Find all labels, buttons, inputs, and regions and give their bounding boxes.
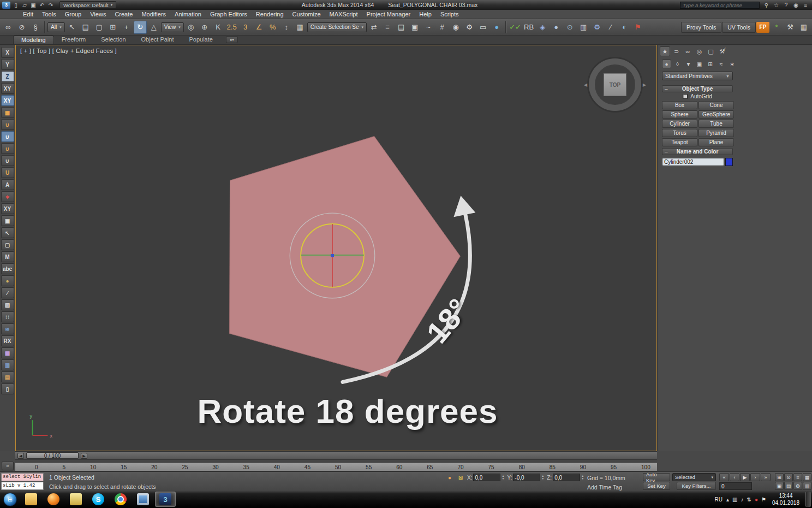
window-crossing-icon[interactable]: ⊞ [106,21,120,34]
isolate-selection-icon[interactable]: ● [445,474,454,481]
selection-lock-icon[interactable]: ⊠ [456,474,465,481]
schematic-view-icon[interactable]: # [435,21,449,34]
clock[interactable]: 13:44 04.01.2018 [772,492,799,506]
spacewarps-category-icon[interactable]: ≈ [717,60,726,68]
reference-coordinate-dropdown[interactable]: View▾ [161,22,184,32]
app-logo[interactable]: 3 [2,2,10,9]
search-icon[interactable]: ⚲ [762,2,771,8]
selection-filter-dropdown[interactable]: All▾ [47,22,65,32]
sphere-icon[interactable]: ● [550,21,563,34]
waves-icon[interactable]: ≋ [1,323,14,334]
named-selection-sets-dropdown[interactable]: Create Selection Se▾ [307,22,367,32]
primitive-button[interactable]: Tube [698,120,734,128]
ribbon-tab[interactable]: Populate [181,36,220,44]
half-globe-icon[interactable]: ◐ [618,21,631,34]
select-by-name-icon[interactable]: ▤ [79,21,92,34]
dots-grid-icon[interactable]: ∷ [1,311,14,322]
folder-icon[interactable] [21,492,41,507]
current-frame-field[interactable] [719,482,752,490]
create-tab-icon[interactable]: ★ [660,46,670,56]
diamond-icon[interactable]: ◈ [536,21,549,34]
menu-item[interactable]: Rendering [252,10,288,19]
constraint-z-button[interactable]: Z [1,71,14,82]
coordinate-input[interactable] [473,474,500,481]
dope-sheet-button[interactable]: ▤ [784,482,793,490]
time-config-button[interactable]: ⊙ [784,473,793,481]
viewport-box-icon[interactable]: ▣ [1,215,14,226]
maxscript-listener-line[interactable]: sLib v 1.42 [1,482,44,490]
language-indicator[interactable]: RU [715,497,723,503]
shapes-category-icon[interactable]: ◊ [673,60,682,68]
primitive-button[interactable]: Cone [698,101,734,109]
double-check-icon[interactable]: ✓✓ [509,21,522,34]
magnet-snap-icon[interactable]: ∪ [1,119,14,130]
magnet-snap-active-icon[interactable]: ∪ [1,131,14,142]
lights-category-icon[interactable]: ▼ [684,60,693,68]
undo-icon[interactable]: ↶ [38,1,46,9]
image-viewer-icon[interactable] [133,492,153,507]
time-step-forward-button[interactable]: ▶ [81,453,87,459]
constraint-y-button[interactable]: Y [1,59,14,70]
previous-frame-button[interactable]: ‹ [730,473,739,481]
key-filters-button[interactable]: Key Filters... [677,482,716,490]
ribbon-toggle-icon[interactable]: ▣ [408,21,421,34]
checkerboard-icon[interactable]: ▩ [1,347,14,358]
chrome-icon[interactable] [110,492,131,507]
hidden-icons-button[interactable]: ▴ [726,497,729,503]
menu-item[interactable]: Help [415,10,436,19]
skype-icon[interactable]: S [88,492,109,507]
select-and-manipulate-icon[interactable]: ⊕ [198,21,211,34]
antivirus-tray-icon[interactable]: ● [755,497,758,503]
max-icon[interactable]: 3 [155,492,176,507]
spinner-icon[interactable]: ▲▼ [501,475,504,480]
selection-set-dropdown[interactable]: Selected ▾ [672,473,716,481]
primitive-button[interactable]: Teapot [662,138,697,146]
menu-item[interactable]: Customize [288,10,325,19]
use-pivot-center-icon[interactable]: ◎ [184,21,198,34]
show-desktop-button[interactable] [805,492,811,507]
pump-icon[interactable]: ⊙ [563,21,576,34]
infocenter-icon[interactable]: ◉ [792,2,800,8]
fp-button[interactable]: FP [756,22,769,33]
snap-frames-button[interactable]: ▣ [775,482,784,490]
name-and-color-rollout[interactable]: – Name and Color [662,148,733,155]
viewport-label[interactable]: [ + ] [ Top ] [ Clay + Edged Faces ] [20,48,117,54]
time-slider-handle[interactable]: 0 / 100 [26,452,79,459]
spinner-snap-icon[interactable]: ↕ [280,21,293,34]
constraint-xy-button[interactable]: XY [1,83,14,94]
menu-item[interactable]: Graph Editors [206,10,252,19]
workspace-dropdown[interactable]: Workspace: Default ▾ [59,1,116,9]
display-tray-icon[interactable]: ▥ [732,497,737,503]
object-name-field[interactable] [662,158,724,166]
modify-tab-icon[interactable]: ⊃ [671,46,682,56]
rendered-frame-icon[interactable]: ▭ [476,21,489,34]
columns-icon[interactable]: ▥ [577,21,590,34]
snap-25d-icon[interactable]: 2.5 [225,21,238,34]
select-and-scale-icon[interactable]: △ [147,21,160,34]
constraint-x-button[interactable]: X [1,47,14,58]
menu-item[interactable]: Create [110,10,137,19]
curve-editor-icon[interactable]: ~ [422,21,435,34]
ribbon-tab[interactable]: Modeling [13,36,54,44]
rect-selection-region-icon[interactable]: ▢ [93,21,106,34]
primitive-button[interactable]: Cylinder [662,120,697,128]
constraint-xy-active-button[interactable]: XY [1,95,14,106]
menu-item[interactable]: Animation [170,10,206,19]
select-object-icon[interactable]: ↖ [65,21,79,34]
menu-item[interactable]: Modifiers [137,10,170,19]
rx-icon[interactable]: RX [1,335,14,346]
play-button[interactable]: ▶ [740,473,750,481]
display-tab-icon[interactable]: ▢ [706,46,716,56]
panel-icon[interactable]: ▥ [1,359,14,370]
maxscript-listener-macro-line[interactable]: select $Cylin [1,473,44,481]
ribbon-tab[interactable]: Selection [93,36,133,44]
timeline-ruler[interactable]: 0510152025303540455055606570758085909510… [15,463,657,471]
primitive-button[interactable]: Torus [662,129,697,137]
redo-icon[interactable]: ↷ [46,1,55,9]
menu-item[interactable]: Project Manager [362,10,415,19]
help-icon[interactable]: ? [782,2,790,8]
red-asterisk-icon[interactable]: ∗ [1,191,14,202]
time-slider-track[interactable]: ◀ 0 / 100 ▶ [15,451,657,459]
unlink-selection-icon[interactable]: ⊘ [15,21,28,34]
primitive-type-dropdown[interactable]: Standard Primitives ▼ [662,72,733,80]
